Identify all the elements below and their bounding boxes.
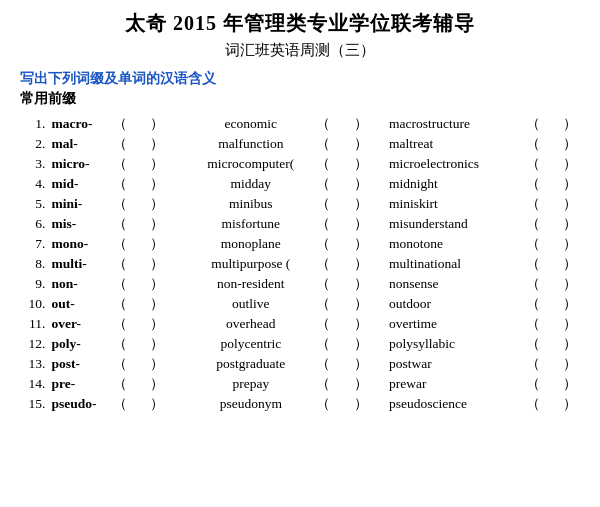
close-paren-3: ） — [561, 314, 580, 334]
blank-2 — [333, 174, 351, 194]
open-paren-1: （ — [110, 154, 129, 174]
blank-2 — [333, 114, 351, 134]
open-paren-3: （ — [524, 174, 543, 194]
word2: outdoor — [387, 294, 524, 314]
blank-1 — [129, 154, 147, 174]
table-row: 5. mini- （ ） minibus （ ） miniskirt （ ） — [20, 194, 580, 214]
close-paren-1: ） — [148, 394, 167, 414]
close-paren-2: ） — [351, 114, 370, 134]
blank-2 — [333, 354, 351, 374]
prefix: post- — [49, 354, 110, 374]
close-paren-1: ） — [148, 194, 167, 214]
blank-1 — [129, 314, 147, 334]
word1: prepay — [188, 374, 314, 394]
table-row: 2. mal- （ ） malfunction （ ） maltreat （ ） — [20, 134, 580, 154]
close-paren-2: ） — [351, 174, 370, 194]
close-paren-3: ） — [561, 134, 580, 154]
word2: midnight — [387, 174, 524, 194]
blank-2 — [333, 314, 351, 334]
prefix: mini- — [49, 194, 110, 214]
blank-1 — [129, 394, 147, 414]
word1: monoplane — [188, 234, 314, 254]
close-paren-1: ） — [148, 234, 167, 254]
close-paren-2: ） — [351, 134, 370, 154]
close-paren-1: ） — [148, 374, 167, 394]
row-num: 4. — [20, 174, 49, 194]
table-row: 6. mis- （ ） misfortune （ ） misunderstand… — [20, 214, 580, 234]
row-num: 14. — [20, 374, 49, 394]
table-row: 14. pre- （ ） prepay （ ） prewar （ ） — [20, 374, 580, 394]
word1: polycentric — [188, 334, 314, 354]
blank-3 — [543, 194, 561, 214]
close-paren-3: ） — [561, 334, 580, 354]
word1: non-resident — [188, 274, 314, 294]
prefix: mis- — [49, 214, 110, 234]
close-paren-2: ） — [351, 294, 370, 314]
open-paren-3: （ — [524, 394, 543, 414]
open-paren-2: （ — [314, 374, 333, 394]
row-num: 6. — [20, 214, 49, 234]
row-num: 5. — [20, 194, 49, 214]
close-paren-1: ） — [148, 154, 167, 174]
row-num: 13. — [20, 354, 49, 374]
word1: outlive — [188, 294, 314, 314]
close-paren-2: ） — [351, 374, 370, 394]
blank-2 — [333, 374, 351, 394]
blank-3 — [543, 134, 561, 154]
row-num: 9. — [20, 274, 49, 294]
open-paren-3: （ — [524, 254, 543, 274]
close-paren-3: ） — [561, 214, 580, 234]
table-row: 13. post- （ ） postgraduate （ ） postwar （… — [20, 354, 580, 374]
word1: overhead — [188, 314, 314, 334]
close-paren-3: ） — [561, 114, 580, 134]
row-num: 3. — [20, 154, 49, 174]
vocab-table: 1. macro- （ ） economic （ ） macrostructur… — [20, 114, 580, 414]
close-paren-1: ） — [148, 354, 167, 374]
blank-3 — [543, 374, 561, 394]
blank-2 — [333, 194, 351, 214]
blank-1 — [129, 134, 147, 154]
blank-3 — [543, 114, 561, 134]
blank-1 — [129, 194, 147, 214]
instruction: 写出下列词缀及单词的汉语含义 — [20, 70, 580, 88]
open-paren-2: （ — [314, 394, 333, 414]
blank-2 — [333, 234, 351, 254]
open-paren-2: （ — [314, 194, 333, 214]
open-paren-3: （ — [524, 234, 543, 254]
open-paren-3: （ — [524, 154, 543, 174]
prefix: over- — [49, 314, 110, 334]
blank-2 — [333, 394, 351, 414]
close-paren-1: ） — [148, 274, 167, 294]
word2: microelectronics — [387, 154, 524, 174]
open-paren-2: （ — [314, 354, 333, 374]
category: 常用前缀 — [20, 90, 580, 108]
open-paren-2: （ — [314, 334, 333, 354]
table-row: 10. out- （ ） outlive （ ） outdoor （ ） — [20, 294, 580, 314]
blank-3 — [543, 234, 561, 254]
close-paren-2: ） — [351, 394, 370, 414]
word1: pseudonym — [188, 394, 314, 414]
open-paren-1: （ — [110, 254, 129, 274]
open-paren-1: （ — [110, 134, 129, 154]
close-paren-2: ） — [351, 194, 370, 214]
open-paren-2: （ — [314, 274, 333, 294]
word2: misunderstand — [387, 214, 524, 234]
blank-3 — [543, 254, 561, 274]
close-paren-3: ） — [561, 374, 580, 394]
table-row: 3. micro- （ ） microcomputer( （ ） microel… — [20, 154, 580, 174]
row-num: 7. — [20, 234, 49, 254]
open-paren-3: （ — [524, 214, 543, 234]
row-num: 11. — [20, 314, 49, 334]
blank-2 — [333, 334, 351, 354]
blank-3 — [543, 314, 561, 334]
prefix: multi- — [49, 254, 110, 274]
open-paren-1: （ — [110, 394, 129, 414]
prefix: macro- — [49, 114, 110, 134]
close-paren-1: ） — [148, 334, 167, 354]
open-paren-1: （ — [110, 294, 129, 314]
open-paren-2: （ — [314, 314, 333, 334]
prefix: pre- — [49, 374, 110, 394]
word2: multinational — [387, 254, 524, 274]
open-paren-2: （ — [314, 294, 333, 314]
open-paren-3: （ — [524, 354, 543, 374]
